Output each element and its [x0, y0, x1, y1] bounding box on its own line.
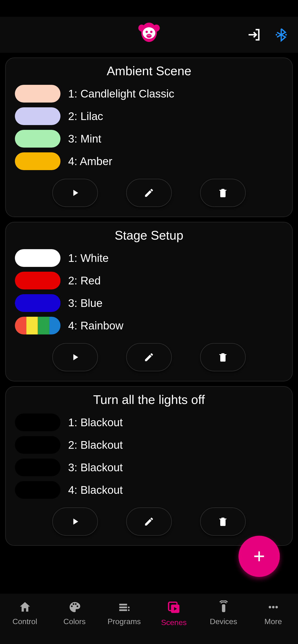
scene-title: Ambient Scene — [15, 64, 283, 78]
scene-item[interactable]: 2: Lilac — [15, 107, 283, 125]
scene-item[interactable]: 4: Amber — [15, 152, 283, 170]
color-swatch-rainbow — [15, 317, 60, 334]
edit-button[interactable] — [126, 179, 172, 207]
color-swatch — [15, 85, 60, 102]
tab-scenes[interactable]: Scenes — [152, 600, 196, 627]
scene-item-label: 4: Blackout — [68, 484, 123, 496]
color-swatch — [15, 249, 60, 267]
bluetooth-icon[interactable] — [274, 28, 288, 42]
scene-item-label: 2: Blackout — [68, 438, 123, 452]
home-icon — [18, 600, 32, 614]
pencil-icon — [144, 188, 154, 198]
scene-item[interactable]: 2: Red — [15, 272, 283, 290]
scene-item-label: 4: Rainbow — [68, 319, 123, 332]
scene-item[interactable]: 2: Blackout — [15, 436, 283, 454]
scene-card: Stage Setup 1: White 2: Red 3: Blue 4: R… — [5, 222, 293, 382]
scene-item-label: 1: Blackout — [68, 416, 123, 429]
list-icon — [117, 600, 131, 614]
scene-item-label: 3: Mint — [68, 132, 101, 145]
trash-icon — [218, 188, 228, 198]
scene-item-label: 3: Blue — [68, 296, 102, 310]
color-swatch — [15, 130, 60, 148]
play-button[interactable] — [52, 179, 98, 207]
bottom-tab-bar: Control Colors Programs Scenes Devices — [0, 594, 298, 644]
edit-button[interactable] — [126, 508, 172, 536]
color-swatch — [15, 107, 60, 125]
color-swatch — [15, 294, 60, 312]
svg-point-4 — [147, 35, 148, 36]
scene-item[interactable]: 1: Candlelight Classic — [15, 85, 283, 102]
scene-item[interactable]: 1: White — [15, 249, 283, 267]
svg-rect-9 — [119, 606, 127, 608]
scene-item[interactable]: 3: Mint — [15, 130, 283, 148]
play-button[interactable] — [52, 343, 98, 371]
add-scene-button[interactable] — [238, 536, 280, 577]
tab-colors[interactable]: Colors — [53, 600, 96, 626]
scene-item[interactable]: 3: Blackout — [15, 458, 283, 476]
scene-item[interactable]: 1: Blackout — [15, 414, 283, 431]
scene-item-label: 3: Blackout — [68, 461, 123, 474]
svg-point-5 — [150, 35, 151, 36]
color-swatch — [15, 152, 60, 170]
svg-point-11 — [128, 606, 129, 608]
delete-button[interactable] — [200, 179, 246, 207]
tab-label: Colors — [63, 617, 85, 626]
svg-point-12 — [128, 609, 129, 611]
trash-icon — [218, 352, 228, 362]
tab-control[interactable]: Control — [3, 600, 47, 626]
scene-title: Stage Setup — [15, 228, 283, 242]
scene-item[interactable]: 4: Blackout — [15, 481, 283, 499]
scenes-list: Ambient Scene 1: Candlelight Classic 2: … — [0, 53, 298, 546]
tab-programs[interactable]: Programs — [103, 600, 146, 626]
scenes-icon — [167, 600, 181, 615]
more-icon — [266, 600, 280, 614]
svg-point-16 — [268, 606, 271, 608]
tab-label: More — [264, 617, 282, 626]
palette-icon — [68, 600, 81, 614]
color-swatch — [15, 414, 60, 431]
delete-button[interactable] — [200, 508, 246, 536]
scene-card: Ambient Scene 1: Candlelight Classic 2: … — [5, 58, 293, 217]
color-swatch — [15, 481, 60, 499]
tab-label: Programs — [107, 617, 141, 626]
tab-label: Control — [13, 617, 37, 626]
scene-item-label: 4: Amber — [68, 155, 112, 168]
plus-icon — [251, 548, 267, 565]
scene-item[interactable]: 3: Blue — [15, 294, 283, 312]
tab-devices[interactable]: Devices — [202, 600, 245, 626]
svg-point-3 — [146, 34, 152, 38]
color-swatch — [15, 458, 60, 476]
scene-card: Turn all the lights off 1: Blackout 2: B… — [5, 386, 293, 546]
scene-item-label: 2: Red — [68, 274, 101, 287]
scene-item-label: 1: White — [68, 252, 109, 264]
color-swatch — [15, 436, 60, 454]
svg-point-7 — [285, 34, 287, 36]
tab-label: Devices — [210, 617, 237, 626]
app-logo-icon — [135, 20, 163, 49]
scene-item-label: 2: Lilac — [68, 110, 103, 123]
svg-rect-10 — [119, 609, 127, 611]
svg-rect-15 — [222, 604, 225, 612]
play-button[interactable] — [52, 508, 98, 536]
trash-icon — [218, 516, 228, 527]
play-icon — [70, 516, 80, 527]
scene-item[interactable]: 4: Rainbow — [15, 317, 283, 334]
svg-point-18 — [275, 606, 278, 608]
svg-point-6 — [276, 34, 277, 36]
remote-icon — [217, 600, 230, 614]
tab-more[interactable]: More — [252, 600, 295, 626]
tab-label: Scenes — [161, 618, 187, 627]
svg-point-17 — [272, 606, 274, 608]
delete-button[interactable] — [200, 343, 246, 371]
color-swatch — [15, 272, 60, 290]
pencil-icon — [144, 352, 154, 362]
svg-point-1 — [146, 31, 148, 33]
scene-title: Turn all the lights off — [15, 392, 283, 407]
play-icon — [70, 188, 80, 198]
app-header — [0, 17, 298, 53]
login-icon[interactable] — [247, 27, 262, 42]
svg-rect-8 — [119, 604, 127, 606]
play-icon — [70, 352, 80, 362]
edit-button[interactable] — [126, 343, 172, 371]
pencil-icon — [144, 516, 154, 527]
